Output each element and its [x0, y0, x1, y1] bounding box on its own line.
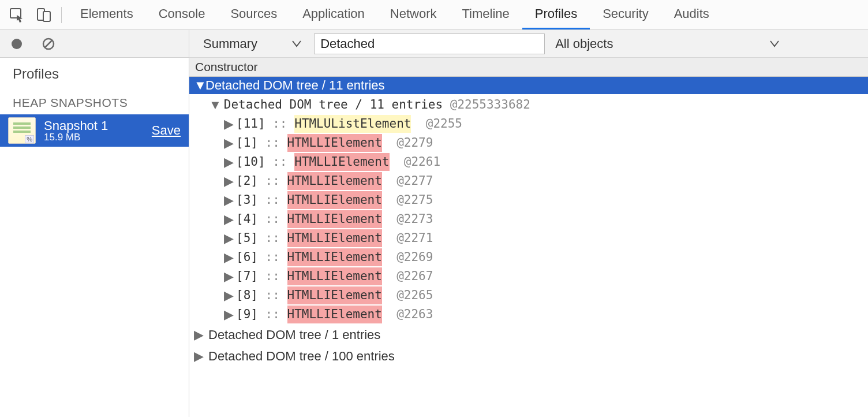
disclosure-right-icon[interactable]: ▶ [224, 114, 234, 133]
child-separator: :: [258, 248, 287, 267]
heap-child-row[interactable]: ▶[8] :: HTMLLIElement @2265 [189, 286, 868, 305]
heap-child-row[interactable]: ▶[6] :: HTMLLIElement @2269 [189, 248, 868, 267]
devtools-tabs: ElementsConsoleSourcesApplicationNetwork… [68, 0, 722, 29]
tabstrip-left-icons [3, 0, 59, 29]
collapsed-group-label: Detached DOM tree / 1 entries [208, 325, 380, 344]
disclosure-right-icon[interactable]: ▶ [224, 286, 234, 305]
tab-network[interactable]: Network [377, 0, 450, 29]
selected-group-row[interactable]: ▼ Detached DOM tree / 11 entries [189, 77, 868, 94]
view-mode-label: Summary [203, 36, 257, 51]
object-scope-select[interactable]: All objects [552, 34, 783, 54]
object-scope-label: All objects [555, 36, 613, 51]
tab-profiles[interactable]: Profiles [522, 0, 590, 29]
disclosure-right-icon[interactable]: ▶ [224, 133, 234, 152]
child-index: [4] [236, 210, 258, 229]
child-index: [7] [236, 267, 258, 286]
child-separator: :: [258, 229, 287, 248]
disclosure-right-icon[interactable]: ▶ [224, 152, 234, 172]
child-type: HTMLLIElement [287, 286, 382, 305]
snapshot-text: Snapshot 1 15.9 MB [44, 119, 108, 143]
expanded-group-label: Detached DOM tree / 11 entries [224, 96, 443, 114]
selected-group-label: Detached DOM tree / 11 entries [205, 78, 385, 93]
disclosure-right-icon[interactable]: ▶ [194, 325, 204, 344]
profiles-sidebar: Profiles HEAP SNAPSHOTS % Snapshot 1 15.… [0, 30, 189, 417]
tabstrip-separator [61, 7, 62, 23]
child-index: [10] [236, 153, 265, 172]
heap-child-row[interactable]: ▶[3] :: HTMLLIElement @2275 [189, 191, 868, 210]
disclosure-down-icon[interactable]: ▼ [194, 78, 202, 93]
child-object-id: @2273 [396, 210, 433, 229]
child-type: HTMLLIElement [287, 306, 382, 324]
disclosure-right-icon[interactable]: ▶ [224, 229, 234, 248]
child-object-id: @2277 [396, 172, 433, 191]
expanded-group-row[interactable]: ▼ Detached DOM tree / 11 entries @225533… [189, 95, 868, 114]
child-type: HTMLLIElement [287, 172, 382, 191]
child-type: HTMLLIElement [294, 153, 389, 172]
heap-child-row[interactable]: ▶[9] :: HTMLLIElement @2263 [189, 305, 868, 324]
child-separator: :: [258, 134, 287, 152]
heap-child-row[interactable]: ▶[7] :: HTMLLIElement @2267 [189, 267, 868, 286]
heap-child-row[interactable]: ▶[1] :: HTMLLIElement @2279 [189, 133, 868, 152]
column-header-constructor[interactable]: Constructor [189, 58, 868, 77]
tab-security[interactable]: Security [590, 0, 661, 29]
inspect-element-icon[interactable] [9, 7, 25, 23]
main-toolbar: Summary All objects [189, 30, 868, 58]
child-object-id: @2255 [426, 115, 462, 133]
expanded-group-id: @2255333682 [450, 96, 530, 114]
clear-icon[interactable] [42, 37, 55, 51]
child-separator: :: [258, 286, 287, 305]
child-object-id: @2267 [396, 267, 433, 286]
disclosure-right-icon[interactable]: ▶ [224, 305, 234, 324]
collapsed-group-label: Detached DOM tree / 100 entries [208, 347, 395, 366]
snapshot-save-link[interactable]: Save [152, 123, 181, 138]
tab-application[interactable]: Application [290, 0, 377, 29]
disclosure-down-icon[interactable]: ▼ [209, 95, 222, 114]
chevron-down-icon [292, 40, 301, 47]
disclosure-right-icon[interactable]: ▶ [194, 347, 204, 366]
child-index: [8] [236, 286, 258, 305]
tab-sources[interactable]: Sources [218, 0, 290, 29]
device-toolbar-icon[interactable] [36, 7, 52, 23]
disclosure-right-icon[interactable]: ▶ [224, 248, 234, 267]
collapsed-group-row[interactable]: ▶Detached DOM tree / 100 entries [189, 345, 868, 367]
heap-child-row[interactable]: ▶[4] :: HTMLLIElement @2273 [189, 210, 868, 229]
svg-rect-2 [43, 12, 50, 21]
child-type: HTMLLIElement [287, 229, 382, 248]
collapsed-group-row[interactable]: ▶Detached DOM tree / 1 entries [189, 324, 868, 345]
snapshot-size: 15.9 MB [44, 132, 108, 143]
child-separator: :: [258, 306, 287, 324]
snapshot-thumb-pct: % [25, 135, 34, 143]
child-index: [5] [236, 229, 258, 248]
child-index: [9] [236, 306, 258, 324]
disclosure-right-icon[interactable]: ▶ [224, 267, 234, 286]
child-object-id: @2269 [396, 248, 433, 267]
tab-audits[interactable]: Audits [661, 0, 722, 29]
disclosure-right-icon[interactable]: ▶ [224, 191, 234, 210]
heap-child-row[interactable]: ▶[11] :: HTMLUListElement @2255 [189, 114, 868, 133]
tab-console[interactable]: Console [146, 0, 218, 29]
heap-tree: ▼ Detached DOM tree / 11 entries @225533… [189, 94, 868, 417]
child-separator: :: [258, 191, 287, 210]
class-filter-input[interactable] [314, 33, 545, 54]
child-index: [1] [236, 134, 258, 152]
devtools-tabstrip: ElementsConsoleSourcesApplicationNetwork… [0, 0, 868, 30]
disclosure-right-icon[interactable]: ▶ [224, 210, 234, 229]
record-icon[interactable] [10, 38, 23, 50]
heap-child-row[interactable]: ▶[2] :: HTMLLIElement @2277 [189, 172, 868, 191]
workspace: Profiles HEAP SNAPSHOTS % Snapshot 1 15.… [0, 30, 868, 417]
heap-child-row[interactable]: ▶[5] :: HTMLLIElement @2271 [189, 229, 868, 248]
child-separator: :: [258, 172, 287, 191]
child-object-id: @2261 [404, 153, 440, 172]
disclosure-right-icon[interactable]: ▶ [224, 172, 234, 191]
child-object-id: @2263 [396, 306, 433, 324]
child-index: [3] [236, 191, 258, 210]
snapshot-item[interactable]: % Snapshot 1 15.9 MB Save [0, 114, 189, 147]
view-mode-select[interactable]: Summary [197, 34, 307, 54]
child-type: HTMLLIElement [287, 248, 382, 267]
tab-elements[interactable]: Elements [68, 0, 146, 29]
child-object-id: @2271 [396, 229, 433, 248]
tab-timeline[interactable]: Timeline [449, 0, 522, 29]
heap-child-row[interactable]: ▶[10] :: HTMLLIElement @2261 [189, 152, 868, 172]
child-type: HTMLLIElement [287, 210, 382, 229]
child-separator: :: [265, 115, 295, 133]
